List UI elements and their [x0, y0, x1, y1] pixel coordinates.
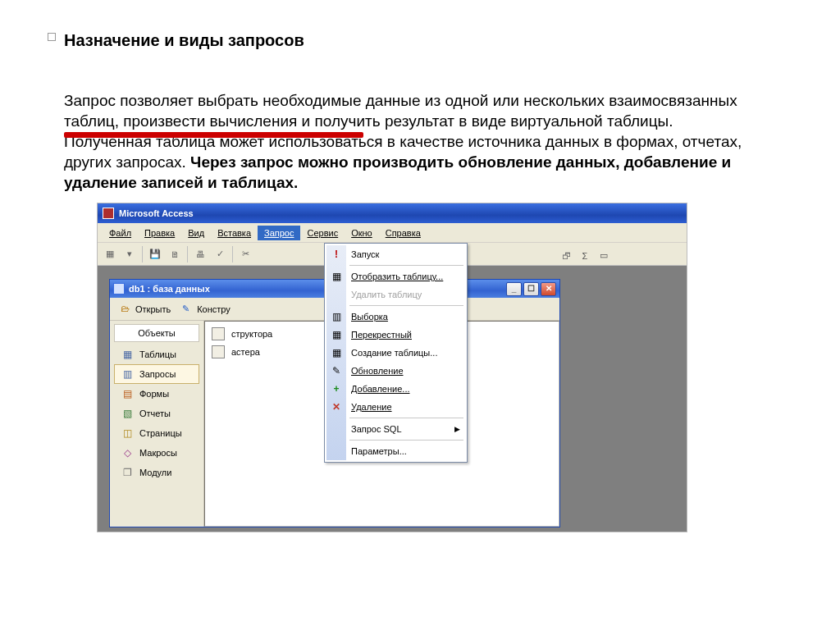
menu-tools[interactable]: Сервис: [300, 226, 345, 240]
menu-file[interactable]: Файл: [103, 226, 138, 240]
table-icon: ▦: [330, 270, 343, 283]
sidebar-item-label: Макросы: [139, 448, 177, 458]
menu-parameters[interactable]: Параметры...: [326, 442, 465, 460]
tool-datasheet-icon[interactable]: ▦: [101, 245, 119, 263]
toolbar-right-group: 🗗 Σ ▭: [557, 246, 680, 265]
menu-sql-query[interactable]: Запрос SQL ▶: [326, 420, 465, 438]
sidebar-item-label: Модули: [139, 468, 171, 477]
menu-remove-table: Удалить таблицу: [326, 285, 465, 304]
maketable-icon: ▦: [330, 346, 343, 359]
maximize-button[interactable]: ☐: [523, 282, 539, 296]
menu-help[interactable]: Справка: [379, 226, 427, 240]
sidebar-item-modules[interactable]: ❐ Модули: [114, 463, 199, 482]
sidebar-item-forms[interactable]: ▤ Формы: [114, 384, 199, 404]
tool-print-icon[interactable]: 🖶: [191, 245, 209, 263]
open-button[interactable]: 🗁 Открыть: [115, 300, 176, 318]
heading-marker-icon: [48, 33, 56, 41]
tool-spell-icon[interactable]: ✓: [211, 245, 229, 263]
sidebar-item-label: Отчеты: [139, 409, 171, 418]
tool-prop-icon[interactable]: ▭: [595, 247, 613, 265]
pages-icon: ◫: [121, 427, 134, 439]
sidebar-item-macros[interactable]: ◇ Макросы: [114, 443, 199, 463]
design-button[interactable]: ✎ Констру: [176, 300, 236, 318]
menu-query[interactable]: Запрос: [258, 226, 300, 240]
title-bar: Microsoft Access: [98, 203, 687, 223]
separator-icon: [349, 440, 463, 441]
menu-window[interactable]: Окно: [345, 226, 379, 240]
menu-bar: Файл Правка Вид Вставка Запрос Сервис Ок…: [98, 223, 687, 243]
separator-icon: [349, 265, 463, 266]
access-window: Microsoft Access Файл Правка Вид Вставка…: [97, 203, 687, 532]
app-icon: [103, 208, 114, 219]
design-icon: ✎: [182, 304, 194, 315]
tables-icon: ▦: [121, 349, 134, 360]
sidebar-item-label: Страницы: [139, 428, 182, 438]
menu-delete-query[interactable]: ✕ Удаление: [326, 398, 465, 416]
menu-insert[interactable]: Вставка: [211, 226, 258, 240]
menu-append-query[interactable]: + Добавление...: [326, 380, 465, 398]
menu-select-query[interactable]: ▥ Выборка: [326, 308, 465, 326]
menu-edit[interactable]: Правка: [138, 226, 181, 240]
append-icon: +: [330, 382, 343, 395]
sidebar-item-tables[interactable]: ▦ Таблицы: [114, 345, 199, 364]
menu-show-table[interactable]: ▦ Отобразить таблицу...: [326, 267, 465, 285]
close-button[interactable]: ✕: [541, 282, 556, 296]
tool-sum-icon[interactable]: Σ: [576, 247, 594, 265]
tool-dropdown-icon[interactable]: ▾: [121, 245, 139, 263]
menu-view[interactable]: Вид: [181, 226, 211, 240]
app-title: Microsoft Access: [119, 208, 194, 218]
open-icon: 🗁: [121, 304, 132, 315]
query-dropdown-menu: ! Запуск ▦ Отобразить таблицу... Удалить…: [324, 243, 468, 463]
separator-icon: [349, 418, 463, 418]
sidebar-item-pages[interactable]: ◫ Страницы: [114, 423, 199, 443]
sidebar-item-queries[interactable]: ▥ Запросы: [114, 364, 199, 384]
update-icon: ✎: [330, 364, 343, 377]
sidebar-item-label: Таблицы: [139, 349, 176, 359]
forms-icon: ▤: [121, 388, 134, 399]
db-icon: [113, 283, 125, 294]
macros-icon: ◇: [121, 447, 134, 459]
slide-heading: Назначение и виды запросов: [64, 30, 776, 51]
modules-icon: ❐: [121, 467, 134, 478]
select-icon: ▥: [330, 310, 343, 323]
menu-maketable-query[interactable]: ▦ Создание таблицы...: [326, 344, 465, 362]
run-icon: !: [330, 248, 343, 261]
separator-icon: [142, 246, 143, 262]
sidebar-item-label: Запросы: [139, 369, 176, 379]
list-item-label: структора: [231, 329, 272, 339]
separator-icon: [232, 246, 233, 262]
tool-print-preview-icon[interactable]: 🗎: [166, 245, 184, 263]
queries-icon: ▥: [121, 368, 134, 380]
heading-text: Назначение и виды запросов: [64, 31, 304, 49]
sidebar-item-reports[interactable]: ▧ Отчеты: [114, 404, 199, 423]
sidebar-item-label: Формы: [139, 389, 169, 399]
tool-cut-icon[interactable]: ✂: [236, 245, 254, 263]
body-p1b: , произвести вычисления и получить резул…: [115, 112, 673, 130]
separator-icon: [187, 246, 188, 262]
objects-sidebar: Объекты ▦ Таблицы ▥ Запросы ▤: [110, 321, 204, 527]
wizard-icon: [212, 345, 225, 358]
menu-update-query[interactable]: ✎ Обновление: [326, 362, 465, 380]
minimize-button[interactable]: _: [506, 282, 522, 296]
tool-sigma-icon[interactable]: 🗗: [557, 247, 575, 265]
crosstab-icon: ▦: [330, 328, 343, 341]
slide-body: Запрос позволяет выбрать необходимые дан…: [64, 90, 776, 193]
list-item-label: астера: [231, 347, 260, 357]
db-title: db1 : база данных: [129, 284, 210, 294]
menu-run[interactable]: ! Запуск: [326, 245, 465, 263]
reports-icon: ▧: [121, 408, 134, 419]
tool-save-icon[interactable]: 💾: [146, 245, 164, 263]
wizard-icon: [212, 327, 225, 340]
highlight-bar-icon: [64, 132, 363, 138]
separator-icon: [349, 305, 463, 306]
delete-icon: ✕: [330, 400, 343, 413]
submenu-arrow-icon: ▶: [454, 425, 460, 433]
objects-sidebar-header: Объекты: [114, 324, 199, 342]
menu-crosstab-query[interactable]: ▦ Перекрестный: [326, 326, 465, 344]
